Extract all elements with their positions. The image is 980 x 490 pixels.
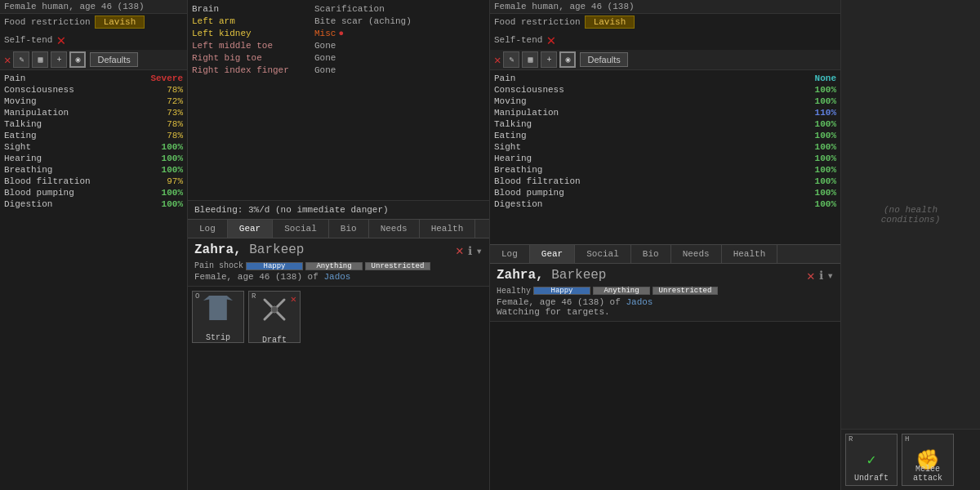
right-bar1-text: Happy xyxy=(534,287,590,294)
left-char-desc: Female, age 46 (138) of Jados xyxy=(194,272,483,282)
stat-label: Moving xyxy=(4,96,37,106)
stat-value: 100% xyxy=(815,131,836,140)
right-tab-needs[interactable]: Needs xyxy=(671,245,722,263)
stat-row: Blood filtration100% xyxy=(494,176,836,187)
stat-label: Eating xyxy=(494,131,527,140)
left-tab-bio[interactable]: Bio xyxy=(329,220,369,238)
right-self-tend-label: Self-tend xyxy=(494,35,542,45)
left-action-info[interactable]: ℹ xyxy=(468,244,472,258)
right-action-chevron[interactable]: ▾ xyxy=(827,269,834,283)
stat-value: 100% xyxy=(815,85,836,95)
body-part-row: Left middle toeGone xyxy=(192,39,485,51)
left-food-value[interactable]: Lavish xyxy=(95,16,145,29)
bp-name: Left middle toe xyxy=(192,41,306,51)
right-tool-plus[interactable]: + xyxy=(541,51,557,68)
left-tab-log[interactable]: Log xyxy=(188,220,228,238)
stat-row: Hearing100% xyxy=(4,153,183,164)
stat-row: Eating100% xyxy=(494,130,836,141)
stat-row: PainNone xyxy=(494,73,836,84)
stat-value: 100% xyxy=(815,119,836,129)
stat-value: 100% xyxy=(815,165,836,175)
left-tool-target[interactable]: ◉ xyxy=(69,51,86,68)
bp-condition: Scarification xyxy=(314,4,385,14)
stat-row: Consciousness78% xyxy=(4,84,183,96)
bp-name: Left arm xyxy=(192,16,306,26)
left-shirt-icon xyxy=(203,296,233,320)
right-faction-link[interactable]: Jados xyxy=(626,297,653,307)
right-self-tend-row: Self-tend ✕ xyxy=(490,30,840,50)
stat-label: Manipulation xyxy=(494,108,559,118)
left-status-bars: Pain shock Happy Anything Unrestricted xyxy=(194,261,483,270)
left-tool-plus[interactable]: + xyxy=(51,51,67,68)
right-food-value[interactable]: Lavish xyxy=(585,16,635,29)
right-action1-name: Undraft xyxy=(854,474,889,483)
stat-row: Blood pumping100% xyxy=(494,187,836,198)
left-equipment-area: O Strip R ✕ Draft xyxy=(188,287,489,490)
right-action-melee[interactable]: H ✊ Melee attack xyxy=(902,434,954,486)
left-tab-social[interactable]: Social xyxy=(273,220,329,238)
stat-value: 100% xyxy=(815,142,836,152)
right-defaults-btn[interactable]: Defaults xyxy=(580,52,627,67)
stat-row: Manipulation73% xyxy=(4,107,183,118)
right-tool-grid1[interactable]: ▦ xyxy=(522,51,538,68)
stat-value: 100% xyxy=(162,199,183,209)
right-tool-pencil[interactable]: ✎ xyxy=(503,51,519,68)
stat-row: Blood filtration97% xyxy=(4,176,183,187)
stat-value: None xyxy=(815,74,836,83)
body-part-row: Left armBite scar (aching) xyxy=(192,15,485,27)
stat-value: 97% xyxy=(167,176,183,186)
left-action-cross[interactable]: ✕ xyxy=(456,243,464,259)
left-slot2-x[interactable]: ✕ xyxy=(291,293,296,305)
left-equip-slot-draft[interactable]: R ✕ Draft xyxy=(248,291,301,343)
right-action-row: R ✓ Undraft H ✊ Melee attack xyxy=(841,430,980,490)
right-toolbar-x[interactable]: ✕ xyxy=(494,53,501,67)
left-slot1-name: Strip xyxy=(206,333,230,342)
stat-label: Sight xyxy=(4,142,31,152)
left-tab-health[interactable]: Health xyxy=(420,220,476,238)
left-defaults-btn[interactable]: Defaults xyxy=(90,52,137,67)
left-tool-grid1[interactable]: ▦ xyxy=(32,51,48,68)
right-tab-gear[interactable]: Gear xyxy=(530,245,575,263)
right-char-info: Zahra, Barkeep ✕ ℹ ▾ Healthy Happy Anyth… xyxy=(490,264,840,322)
right-main: Female human, age 46 (138) Food restrict… xyxy=(490,0,841,490)
right-char-name: Zahra, Barkeep xyxy=(497,268,606,283)
left-char-info: Zahra, Barkeep ✕ ℹ ▾ Pain shock Happy An… xyxy=(188,238,489,287)
left-equip-slot-strip[interactable]: O Strip xyxy=(192,291,244,343)
left-tool-pencil[interactable]: ✎ xyxy=(13,51,29,68)
right-action-cross[interactable]: ✕ xyxy=(807,268,815,284)
bp-condition: Gone xyxy=(314,65,336,75)
right-bar2-text: Anything xyxy=(594,287,649,294)
left-action-chevron[interactable]: ▾ xyxy=(476,244,483,258)
stat-row: PainSevere xyxy=(4,73,183,84)
right-action-undraft[interactable]: R ✓ Undraft xyxy=(845,434,898,486)
stat-row: Breathing100% xyxy=(4,164,183,176)
right-tab-bio[interactable]: Bio xyxy=(631,245,671,263)
right-tab-health[interactable]: Health xyxy=(722,245,778,263)
stat-value: 78% xyxy=(167,131,183,140)
right-tab-log[interactable]: Log xyxy=(490,245,530,263)
stat-label: Manipulation xyxy=(4,108,69,118)
right-action2-key: H xyxy=(905,435,909,443)
right-self-tend-x[interactable]: ✕ xyxy=(546,31,555,49)
right-tool-target[interactable]: ◉ xyxy=(559,51,576,68)
left-bar1-text: Happy xyxy=(247,263,302,270)
right-food-label: Food restriction xyxy=(494,17,581,27)
stat-row: Consciousness100% xyxy=(494,84,836,96)
right-action2-name: Melee attack xyxy=(902,465,953,483)
left-toolbar-x[interactable]: ✕ xyxy=(4,53,11,67)
right-food-row: Food restriction Lavish xyxy=(490,14,840,30)
right-action-info[interactable]: ℹ xyxy=(819,269,823,283)
bleeding-info: Bleeding: 3%/d (no immediate danger) xyxy=(188,200,489,219)
stat-label: Breathing xyxy=(494,165,542,175)
left-tab-gear[interactable]: Gear xyxy=(228,220,273,238)
right-tab-social[interactable]: Social xyxy=(575,245,631,263)
left-tab-needs[interactable]: Needs xyxy=(369,220,420,238)
stat-label: Pain xyxy=(4,74,25,83)
left-self-tend-x[interactable]: ✕ xyxy=(56,31,65,49)
stat-value: 100% xyxy=(162,154,183,163)
stat-label: Blood pumping xyxy=(4,188,74,198)
stat-label: Pain xyxy=(494,74,515,83)
stat-label: Sight xyxy=(494,142,521,152)
left-faction-link[interactable]: Jados xyxy=(323,272,350,282)
stat-label: Breathing xyxy=(4,165,52,175)
